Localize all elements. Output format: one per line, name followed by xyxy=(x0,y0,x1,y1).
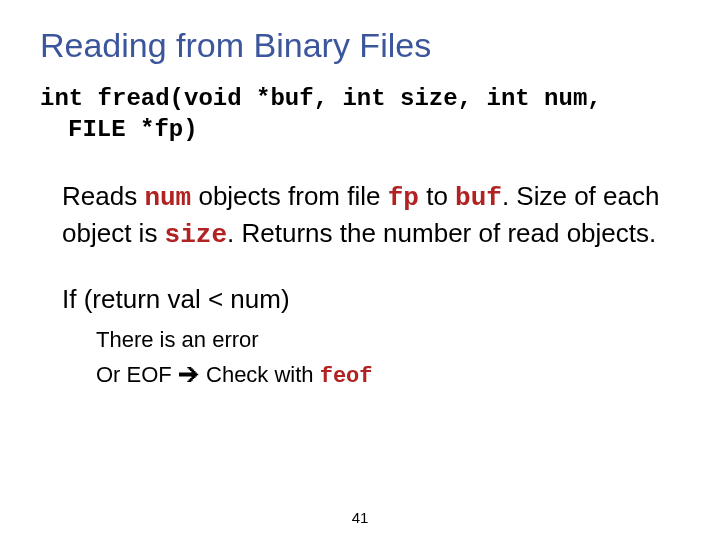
proto-line2: FILE *fp) xyxy=(40,114,680,145)
bullet-text-1: Reads num objects from file fp to buf. S… xyxy=(62,179,680,253)
bullet-item-2: If (return val < num) xyxy=(40,282,680,317)
code-num: num xyxy=(144,183,191,213)
code-buf: buf xyxy=(455,183,502,213)
code-feof: feof xyxy=(320,364,373,389)
text-fragment: to xyxy=(419,181,455,211)
slide-title: Reading from Binary Files xyxy=(40,26,680,65)
page-number: 41 xyxy=(0,509,720,526)
sub-bullet-1: There is an error xyxy=(76,325,680,355)
arrow-icon: 🡪 xyxy=(178,360,200,390)
sub-text-1: There is an error xyxy=(96,325,259,355)
text-fragment: . Returns the number of read objects. xyxy=(227,218,656,248)
code-size: size xyxy=(165,220,227,250)
sub-text-2: Or EOF 🡪 Check with feof xyxy=(96,360,373,392)
proto-line1: int fread(void *buf, int size, int num, xyxy=(40,85,602,112)
text-fragment: objects from file xyxy=(191,181,388,211)
bullet-item-1: Reads num objects from file fp to buf. S… xyxy=(40,179,680,253)
text-fragment: Check with xyxy=(200,362,320,387)
code-fp: fp xyxy=(388,183,419,213)
sub-bullet-2: Or EOF 🡪 Check with feof xyxy=(76,360,680,392)
bullet-text-2: If (return val < num) xyxy=(62,282,290,317)
function-prototype: int fread(void *buf, int size, int num, … xyxy=(40,83,680,145)
text-fragment: Or EOF xyxy=(96,362,178,387)
text-fragment: Reads xyxy=(62,181,144,211)
